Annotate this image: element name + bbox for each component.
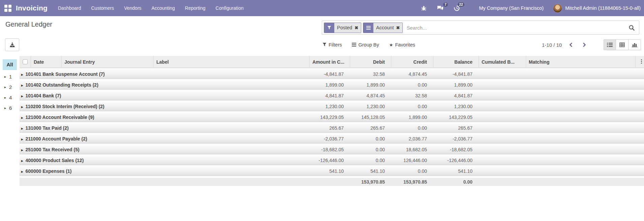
group-name: 131000 Tax Paid (2) (26, 125, 69, 131)
filters-button[interactable]: Filters (323, 42, 342, 48)
table-row[interactable]: ▸101401 Bank Suspense Account (7)-4,841.… (20, 68, 644, 79)
app-title[interactable]: Invoicing (16, 4, 48, 12)
menu-item-configuration[interactable]: Configuration (211, 0, 249, 16)
favorites-button[interactable]: ★ Favorites (389, 42, 415, 48)
caret-right-icon: ▸ (21, 126, 23, 130)
debug-bug-icon[interactable] (421, 5, 427, 11)
optional-columns-toggle-icon[interactable] (641, 59, 642, 64)
control-panel-buttons: Filters Group By ★ Favorites (323, 38, 415, 51)
user-name: Mitchell Admin (11884065-15-0-all) (565, 5, 641, 11)
user-menu[interactable]: Mitchell Admin (11884065-15-0-all) (553, 4, 641, 13)
caret-right-icon: ▸ (21, 116, 23, 120)
total-debit: 153,970.85 (350, 176, 391, 186)
column-header-journal-entry[interactable]: Journal Entry (61, 56, 153, 68)
total-amount-currency (309, 176, 350, 186)
table-row[interactable]: ▸101402 Outstanding Receipts (2)1,899.00… (20, 79, 644, 90)
group-name-cell[interactable]: ▸121000 Account Receivable (9) (20, 111, 309, 122)
table-row[interactable]: ▸101404 Bank (7)4,841.874,874.4532.584,8… (20, 90, 644, 100)
menu-item-dashboard[interactable]: Dashboard (53, 0, 86, 16)
export-download-button[interactable] (5, 38, 19, 51)
table-row[interactable]: ▸131000 Tax Paid (2)265.67265.670.00265.… (20, 122, 644, 133)
group-name-cell[interactable]: ▸110200 Stock Interim (Received) (2) (20, 100, 309, 111)
group-name: 110200 Stock Interim (Received) (2) (26, 104, 104, 109)
column-header-debit[interactable]: Debit (350, 56, 391, 68)
expander-item-4[interactable]: ▸4 (0, 92, 20, 103)
caret-right-icon: ▸ (21, 169, 23, 173)
table-row[interactable]: ▸251000 Tax Received (5)-18,682.050.0018… (20, 144, 644, 154)
pager-previous-icon[interactable] (566, 42, 575, 47)
group-name-cell[interactable]: ▸131000 Tax Paid (2) (20, 122, 309, 133)
pivot-view-button[interactable] (616, 39, 628, 50)
group-name-cell[interactable]: ▸211000 Account Payable (2) (20, 133, 309, 144)
filter-icon (323, 42, 327, 48)
main-content: All ▸1▸2▸4▸6 Date Journal Entry Label Am… (0, 56, 644, 186)
group-by-button[interactable]: Group By (352, 42, 379, 48)
group-name: 211000 Account Payable (2) (26, 136, 87, 141)
caret-right-icon: ▸ (21, 94, 23, 98)
table-row[interactable]: ▸600000 Expenses (1)541.10541.100.00541.… (20, 165, 644, 176)
group-by-icon (363, 23, 373, 33)
total-balance: 0.00 (433, 176, 479, 186)
column-header-cumulated-balance[interactable]: Cumulated B... (479, 56, 526, 68)
table-row[interactable]: ▸121000 Account Receivable (9)143,229.05… (20, 111, 644, 122)
group-name: 101401 Bank Suspense Account (7) (26, 71, 105, 77)
facet-remove-icon[interactable]: ✖ (355, 25, 358, 30)
menu-item-vendors[interactable]: Vendors (119, 0, 146, 16)
group-by-icon (352, 42, 356, 48)
menu-item-customers[interactable]: Customers (86, 0, 119, 16)
list-view-button[interactable] (604, 39, 616, 50)
group-name-cell[interactable]: ▸101401 Bank Suspense Account (7) (20, 68, 309, 79)
column-header-balance[interactable]: Balance (433, 56, 479, 68)
expander-item-6[interactable]: ▸6 (0, 103, 20, 113)
optional-columns-cell (635, 56, 644, 68)
caret-right-icon: ▸ (4, 106, 6, 110)
caret-right-icon: ▸ (21, 83, 23, 87)
apps-menu-icon[interactable] (4, 5, 11, 12)
messages-count-badge: 7 (443, 2, 448, 7)
select-all-checkbox[interactable] (23, 59, 28, 64)
table-row[interactable]: ▸211000 Account Payable (2)-2,036.770.00… (20, 133, 644, 144)
table-row[interactable]: ▸110200 Stock Interim (Received) (2)1,23… (20, 100, 644, 111)
group-name-cell[interactable]: ▸400000 Product Sales (12) (20, 154, 309, 165)
page-title: General Ledger (5, 21, 52, 28)
column-header-label[interactable]: Label (153, 56, 309, 68)
user-avatar (553, 4, 562, 13)
menu-item-reporting[interactable]: Reporting (180, 0, 211, 16)
search-input[interactable] (404, 25, 627, 31)
search-icon[interactable] (627, 25, 636, 31)
column-header-amount-in-currency[interactable]: Amount in C... (309, 56, 350, 68)
facet-label: Posted (337, 25, 352, 30)
column-header-matching[interactable]: Matching (526, 56, 635, 68)
search-facet-posted: Posted✖ (324, 23, 361, 33)
group-name-cell[interactable]: ▸600000 Expenses (1) (20, 165, 309, 176)
graph-view-button[interactable] (628, 39, 641, 50)
expand-all-button[interactable]: All (3, 59, 17, 70)
menu-item-accounting[interactable]: Accounting (147, 0, 180, 16)
expander-item-1[interactable]: ▸1 (0, 71, 20, 82)
search-facets: Posted✖Account✖ (324, 23, 404, 33)
caret-right-icon: ▸ (21, 148, 23, 152)
table-header-row: Date Journal Entry Label Amount in C... … (20, 56, 644, 68)
company-switcher[interactable]: My Company (San Francisco) (479, 5, 544, 11)
facet-label: Account (376, 25, 394, 30)
group-name-cell[interactable]: ▸101404 Bank (7) (20, 90, 309, 100)
pager: 1-10 / 10 (542, 38, 589, 51)
general-ledger-table: Date Journal Entry Label Amount in C... … (20, 56, 644, 186)
total-credit: 153,970.85 (391, 176, 433, 186)
caret-right-icon: ▸ (4, 75, 6, 78)
expander-item-2[interactable]: ▸2 (0, 82, 20, 92)
activities-clock-icon[interactable]: 22 (454, 5, 460, 11)
column-header-date[interactable]: Date (31, 56, 61, 68)
group-name: 101402 Outstanding Receipts (2) (26, 82, 98, 88)
group-name: 600000 Expenses (1) (26, 168, 72, 174)
group-name-cell[interactable]: ▸101402 Outstanding Receipts (2) (20, 79, 309, 90)
group-name: 400000 Product Sales (12) (26, 158, 84, 163)
column-header-credit[interactable]: Credit (391, 56, 433, 68)
group-name: 101404 Bank (7) (26, 93, 61, 98)
group-name-cell[interactable]: ▸251000 Tax Received (5) (20, 144, 309, 154)
messages-icon[interactable]: 7 (437, 5, 443, 11)
facet-remove-icon[interactable]: ✖ (396, 25, 400, 30)
table-row[interactable]: ▸400000 Product Sales (12)-126,446.000.0… (20, 154, 644, 165)
pager-next-icon[interactable] (580, 42, 589, 47)
totals-row: 153,970.85 153,970.85 0.00 (20, 176, 644, 186)
